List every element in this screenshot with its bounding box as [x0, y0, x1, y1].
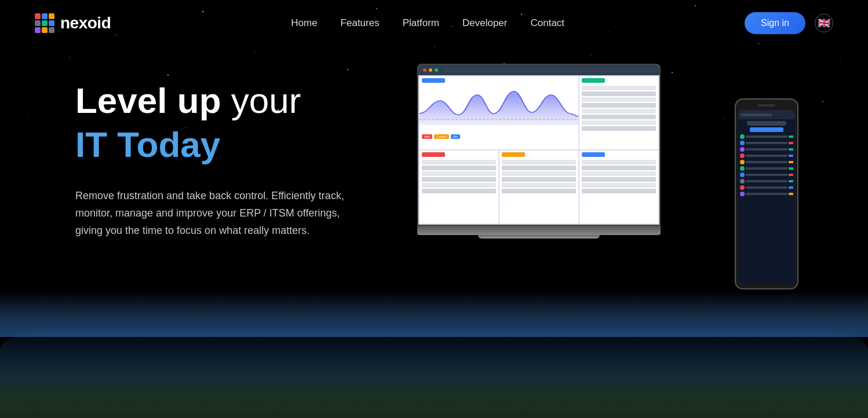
nav-links: Home Features Platform Developer Contact: [291, 17, 564, 29]
phone-status: [789, 193, 793, 195]
list-row: [582, 86, 656, 90]
list-row: [582, 171, 656, 176]
list-row: [422, 189, 496, 193]
list-row: [582, 183, 656, 188]
hero-section: Level up your IT Today Remove frustratio…: [0, 46, 868, 342]
phone-line: [746, 155, 787, 157]
logo-icon: [35, 13, 54, 33]
list-row: [422, 171, 496, 176]
phone-status: [789, 161, 793, 163]
nav-features[interactable]: Features: [341, 17, 380, 28]
phone-list-item: [740, 141, 793, 145]
hero-title-light: your: [221, 80, 301, 120]
phone-avatar: [740, 160, 745, 164]
phone-list-item: [740, 153, 793, 158]
phone-status: [789, 180, 793, 182]
phone-line: [746, 142, 787, 144]
phone-search-bar: [747, 121, 787, 126]
list-row: [582, 109, 656, 113]
phone-avatar: [740, 173, 745, 177]
list-panel-bottom-right: [579, 151, 658, 223]
chart-alerts: Alert Caution Info: [420, 133, 578, 140]
logo[interactable]: nexoid: [35, 13, 111, 33]
logo-dot-0: [35, 13, 41, 19]
logo-dot-1: [42, 13, 48, 19]
phone-action-btn: [750, 127, 784, 132]
phone-status: [789, 142, 793, 144]
list-row: [582, 103, 656, 108]
phone-list-item: [740, 192, 793, 196]
phone-line: [746, 135, 787, 138]
logo-dot-6: [35, 27, 41, 33]
hero-title-line1: Level up your: [75, 81, 365, 120]
list-row: [582, 160, 656, 164]
phone-avatar: [740, 185, 745, 190]
phone-url: [741, 113, 772, 116]
phone-list-item: [740, 166, 793, 171]
list-row: [422, 166, 496, 170]
nav-right: Sign in 🇬🇧: [745, 12, 833, 34]
sign-in-button[interactable]: Sign in: [745, 12, 805, 34]
list-row: [502, 189, 576, 193]
list-row: [582, 115, 656, 119]
hero-title-line2: IT Today: [75, 125, 365, 164]
phone-notch: [758, 104, 775, 107]
list-row: [582, 126, 656, 131]
laptop-screen: Alert Caution Info: [417, 64, 661, 226]
nav-home[interactable]: Home: [291, 17, 317, 28]
list-row: [582, 189, 656, 193]
traffic-light-yellow: [429, 68, 432, 72]
phone-avatar: [740, 141, 745, 145]
url-bar: [445, 68, 655, 72]
phone-avatar: [740, 147, 745, 152]
phone-line: [746, 193, 787, 195]
screen-content: Alert Caution Info: [418, 75, 659, 225]
alert-badge-blue: Info: [451, 134, 460, 139]
phone-status: [789, 167, 793, 170]
list-row: [582, 120, 656, 125]
list-panel-top: [579, 76, 658, 149]
phone-topbar: [738, 110, 795, 119]
phone-line: [746, 148, 787, 151]
phone-avatar: [740, 192, 745, 196]
panel-badge-chart: [422, 78, 445, 83]
list-panel-bottom-mid: [499, 151, 578, 223]
laptop-foot: [478, 235, 600, 239]
traffic-light-red: [423, 68, 426, 72]
logo-dot-4: [42, 20, 48, 26]
phone-screen: [738, 110, 795, 284]
panel-badge-info: [582, 152, 605, 157]
list-row: [422, 160, 496, 164]
phone-line: [746, 180, 787, 182]
phone-avatar: [740, 166, 745, 171]
phone-status: [789, 174, 793, 176]
list-panel-bottom-left: [420, 151, 498, 223]
nav-platform[interactable]: Platform: [403, 17, 439, 28]
hero-description: Remove frustration and take back control…: [75, 188, 365, 239]
phone-line: [746, 186, 787, 189]
language-selector[interactable]: 🇬🇧: [815, 14, 833, 32]
list-row: [422, 183, 496, 188]
phone-line: [746, 161, 787, 163]
phone-list: [738, 133, 795, 199]
navbar: nexoid Home Features Platform Developer …: [0, 0, 868, 46]
list-row: [502, 183, 576, 188]
hero-title-bold: Level up: [75, 80, 221, 120]
phone-mockup: [735, 98, 798, 289]
phone-avatar: [740, 153, 745, 158]
phone-status: [789, 155, 793, 157]
panel-badge-alert: [422, 152, 445, 157]
screen-topbar: [418, 65, 659, 75]
phone-status: [789, 186, 793, 189]
list-row: [502, 177, 576, 182]
logo-dot-5: [49, 20, 54, 26]
laptop-base: [417, 226, 661, 235]
logo-dot-8: [49, 27, 54, 33]
nav-contact[interactable]: Contact: [530, 17, 564, 28]
list-row: [422, 177, 496, 182]
nav-developer[interactable]: Developer: [462, 17, 508, 28]
chart-panel: Alert Caution Info: [420, 76, 578, 149]
phone-avatar: [740, 179, 745, 184]
laptop-mockup: Alert Caution Info: [417, 64, 661, 239]
phone-avatar: [740, 134, 745, 139]
